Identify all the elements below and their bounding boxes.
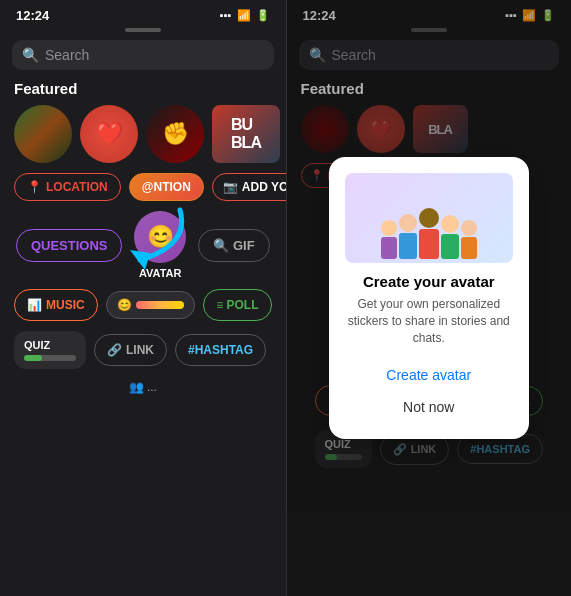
- sticker-row-left: ❤️ ✊ BUBLA: [0, 105, 286, 173]
- pill-gif-left[interactable]: 🔍 GIF: [198, 229, 270, 262]
- emoji-slider[interactable]: [136, 301, 184, 309]
- signal-icon: ▪▪▪: [220, 9, 232, 21]
- modal-description: Get your own personalized stickers to sh…: [345, 296, 513, 346]
- svg-marker-0: [130, 250, 150, 270]
- sticker-3[interactable]: ✊: [146, 105, 204, 163]
- sticker-2[interactable]: ❤️: [80, 105, 138, 163]
- bottom-row2-left: QUIZ 🔗 LINK #HASHTAG: [0, 331, 286, 377]
- pill-hashtag-left[interactable]: #HASHTAG: [175, 334, 266, 366]
- location-icon: 📍: [27, 180, 42, 194]
- modal-title: Create your avatar: [345, 273, 513, 290]
- poll-icon: ≡: [216, 298, 223, 312]
- quiz-box-left[interactable]: QUIZ: [14, 331, 86, 369]
- avatar-group: [381, 208, 477, 263]
- pill-link-left[interactable]: 🔗 LINK: [94, 334, 167, 366]
- sticker-4[interactable]: BUBLA: [212, 105, 280, 163]
- music-icon: 📊: [27, 298, 42, 312]
- quiz-bar: [24, 355, 76, 361]
- search-placeholder-left: Search: [45, 47, 89, 63]
- pill-mention-left[interactable]: @NTION: [129, 173, 204, 201]
- avatar-illustration: [345, 173, 513, 263]
- link-icon: 🔗: [107, 343, 122, 357]
- featured-label-left: Featured: [0, 80, 286, 105]
- not-now-button[interactable]: Not now: [345, 391, 513, 423]
- bottom-row-left: 📊 MUSIC 😊 ≡ POLL: [0, 289, 286, 331]
- sticker-1[interactable]: [14, 105, 72, 163]
- arrow-overlay: [100, 205, 200, 289]
- camera-icon: 📷: [223, 180, 238, 194]
- right-phone-panel: 12:24 ▪▪▪ 📶 🔋 🔍 Search Featured ❤️ BLA 📍…: [286, 0, 572, 596]
- avatar-modal: Create your avatar Get your own personal…: [329, 157, 529, 438]
- pill-emoji-left[interactable]: 😊: [106, 291, 195, 319]
- wifi-icon: 📶: [237, 9, 251, 22]
- time-left: 12:24: [16, 8, 49, 23]
- drag-handle-left[interactable]: [125, 28, 161, 32]
- search-bar-left[interactable]: 🔍 Search: [12, 40, 274, 70]
- create-avatar-button[interactable]: Create avatar: [345, 359, 513, 391]
- pill-poll-left[interactable]: ≡ POLL: [203, 289, 271, 321]
- modal-overlay[interactable]: Create your avatar Get your own personal…: [287, 0, 572, 596]
- left-phone-panel: 12:24 ▪▪▪ 📶 🔋 🔍 Search Featured ❤️ ✊ BUB…: [0, 0, 286, 596]
- pill-location-left[interactable]: 📍 LOCATION: [14, 173, 121, 201]
- bottom-hint-left: 👥 ...: [0, 377, 286, 397]
- battery-icon: 🔋: [256, 9, 270, 22]
- search-icon-left: 🔍: [22, 47, 39, 63]
- quiz-fill: [24, 355, 42, 361]
- gif-icon: 🔍: [213, 238, 229, 253]
- pill-music-left[interactable]: 📊 MUSIC: [14, 289, 98, 321]
- pill-addyours-left[interactable]: 📷 ADD YOURS: [212, 173, 286, 201]
- status-icons-left: ▪▪▪ 📶 🔋: [220, 9, 270, 22]
- status-bar-left: 12:24 ▪▪▪ 📶 🔋: [0, 0, 286, 28]
